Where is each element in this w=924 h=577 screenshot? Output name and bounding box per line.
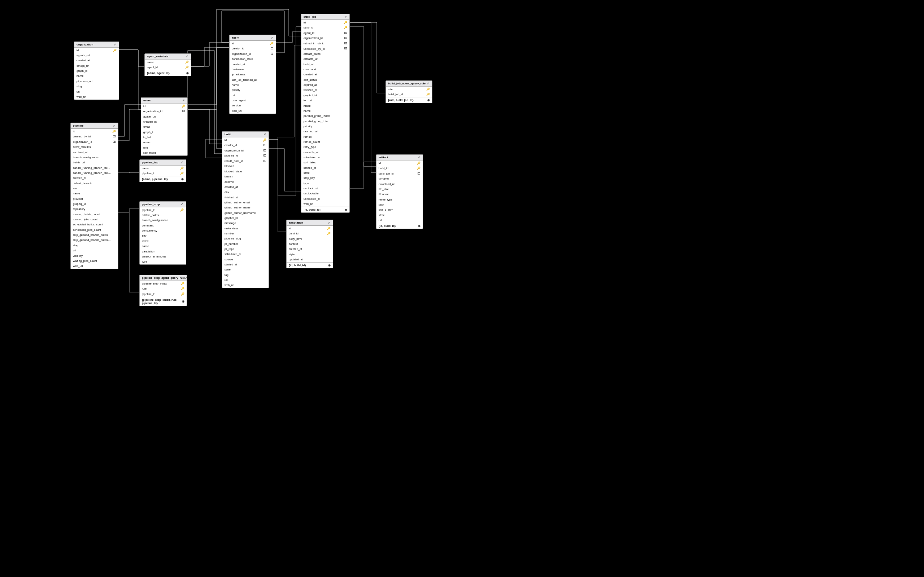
column-row[interactable]: rule🔑 bbox=[386, 87, 432, 92]
column-row[interactable]: retried_in_job_id⚿ bbox=[301, 41, 349, 46]
column-row[interactable]: retried bbox=[301, 134, 349, 139]
column-row[interactable]: path bbox=[376, 202, 423, 207]
column-row[interactable]: soft_failed bbox=[301, 160, 349, 165]
column-row[interactable]: context bbox=[287, 242, 333, 247]
table-header[interactable]: users⤢ bbox=[141, 98, 187, 103]
expand-icon[interactable]: ⤢ bbox=[186, 55, 189, 58]
table-pipeline_tag[interactable]: pipeline_tag⤢name🔑pipeline_id🔑{name, pip… bbox=[139, 160, 186, 182]
column-row[interactable]: pr_repo bbox=[222, 246, 268, 251]
table-build_job_agent_query_rule[interactable]: build_job_agent_query_rule⤢rule🔑build_jo… bbox=[386, 81, 432, 103]
column-row[interactable]: pipelines_url bbox=[74, 79, 119, 84]
column-row[interactable]: raw_log_url bbox=[301, 129, 349, 134]
column-row[interactable]: graph_id bbox=[74, 69, 119, 74]
column-row[interactable]: pr_number bbox=[222, 241, 268, 246]
expand-icon[interactable]: ⤢ bbox=[182, 99, 185, 102]
column-row[interactable]: pipeline_id🔑 bbox=[140, 292, 187, 297]
table-header[interactable]: build_job⤢ bbox=[301, 14, 349, 20]
column-row[interactable]: unblocked_at bbox=[301, 196, 349, 201]
expand-icon[interactable]: ⤢ bbox=[344, 15, 347, 18]
column-row[interactable]: created_at bbox=[229, 62, 276, 67]
column-row[interactable]: waiting_jobs_count bbox=[71, 258, 118, 263]
column-row[interactable]: log_url bbox=[301, 98, 349, 103]
expand-icon[interactable]: ⤢ bbox=[417, 156, 420, 159]
table-header[interactable]: pipeline_tag⤢ bbox=[140, 160, 186, 166]
column-row[interactable]: url bbox=[222, 278, 268, 283]
expand-icon[interactable]: ⤢ bbox=[113, 43, 116, 46]
column-row[interactable]: concurrency bbox=[140, 228, 186, 233]
column-row[interactable]: name🔑 bbox=[145, 60, 191, 65]
column-row[interactable]: role bbox=[141, 145, 187, 150]
column-row[interactable]: created_at bbox=[74, 58, 119, 63]
column-row[interactable]: created_at bbox=[301, 72, 349, 77]
column-row[interactable]: is_bot bbox=[141, 135, 187, 140]
column-row[interactable]: pipeline_id🔑 bbox=[140, 207, 186, 213]
column-row[interactable]: created_at bbox=[287, 247, 333, 252]
table-header[interactable]: agent⤢ bbox=[229, 35, 276, 41]
column-row[interactable]: runnable_at bbox=[301, 150, 349, 155]
column-row[interactable]: matrix bbox=[301, 103, 349, 108]
column-row[interactable]: name bbox=[141, 140, 187, 145]
column-row[interactable]: finished_at bbox=[301, 88, 349, 93]
column-row[interactable]: env bbox=[222, 190, 268, 195]
column-row[interactable]: sha_1_sum bbox=[376, 207, 423, 213]
column-row[interactable]: allow_rebuilds bbox=[71, 145, 118, 150]
column-row[interactable]: type bbox=[140, 259, 186, 264]
column-row[interactable]: user_agent bbox=[229, 98, 276, 103]
column-row[interactable]: web_url bbox=[222, 283, 268, 288]
expand-icon[interactable]: ⤢ bbox=[181, 203, 184, 206]
column-row[interactable]: name bbox=[229, 82, 276, 88]
column-row[interactable]: slug bbox=[71, 243, 118, 248]
column-row[interactable]: visibility bbox=[71, 253, 118, 258]
column-row[interactable]: skip_queued_branch_builds_filter bbox=[71, 238, 118, 243]
column-row[interactable]: agent_id⚿ bbox=[301, 30, 349, 36]
column-row[interactable]: mime_type bbox=[376, 197, 423, 202]
column-row[interactable]: graphql_id bbox=[71, 201, 118, 206]
expand-icon[interactable]: ⤢ bbox=[185, 276, 187, 279]
column-row[interactable]: name bbox=[301, 108, 349, 113]
column-row[interactable]: github_author_name bbox=[222, 205, 268, 210]
column-row[interactable]: name bbox=[74, 74, 119, 79]
column-row[interactable]: id🔑 bbox=[287, 226, 333, 231]
table-annotation[interactable]: annotation⤢id🔑build_id🔑body_htmlcontextc… bbox=[286, 220, 333, 268]
column-row[interactable]: running_jobs_count bbox=[71, 217, 118, 222]
column-row[interactable]: build_id🔑 bbox=[376, 166, 423, 171]
table-header[interactable]: pipeline_step⤢ bbox=[140, 201, 186, 207]
column-row[interactable]: web_url bbox=[301, 201, 349, 206]
table-header[interactable]: annotation⤢ bbox=[287, 220, 333, 226]
column-row[interactable]: build_job_id🔑 bbox=[386, 92, 432, 97]
column-row[interactable]: blocked_state bbox=[222, 169, 268, 174]
table-pipeline_step_agent_query_rule[interactable]: pipeline_step_agent_query_rule⤢pipeline_… bbox=[139, 275, 187, 306]
column-row[interactable]: builds_url bbox=[71, 160, 118, 165]
column-row[interactable]: id🔑 bbox=[301, 20, 349, 25]
column-row[interactable]: emojis_url bbox=[74, 63, 119, 68]
column-row[interactable]: command bbox=[301, 67, 349, 72]
column-row[interactable]: dirname bbox=[376, 176, 423, 181]
column-row[interactable]: github_author_email bbox=[222, 200, 268, 205]
column-row[interactable]: graphql_id bbox=[301, 93, 349, 98]
column-row[interactable]: body_html bbox=[287, 236, 333, 241]
column-row[interactable]: branch bbox=[222, 174, 268, 179]
column-row[interactable]: cancel_running_branch_builds bbox=[71, 165, 118, 170]
column-row[interactable]: created_at bbox=[71, 176, 118, 181]
column-row[interactable]: pipeline_slug bbox=[222, 236, 268, 241]
column-row[interactable]: style bbox=[287, 252, 333, 257]
column-row[interactable]: scheduled_at bbox=[222, 252, 268, 257]
table-header[interactable]: pipeline_step_agent_query_rule⤢ bbox=[140, 275, 187, 281]
column-row[interactable]: source bbox=[222, 257, 268, 262]
column-row[interactable]: pipeline_id🔑 bbox=[140, 171, 186, 176]
column-row[interactable]: priority bbox=[229, 88, 276, 93]
expand-icon[interactable]: ⤢ bbox=[270, 36, 274, 39]
column-row[interactable]: unblocked_by_id⚿ bbox=[301, 46, 349, 52]
column-row[interactable]: web_url bbox=[74, 94, 119, 99]
column-row[interactable]: exit_status bbox=[301, 77, 349, 82]
column-row[interactable]: ip_address bbox=[229, 72, 276, 77]
column-row[interactable]: creator_id⚿ bbox=[229, 46, 276, 52]
column-row[interactable]: parallel_group_total bbox=[301, 119, 349, 124]
column-row[interactable]: scheduled_jobs_count bbox=[71, 227, 118, 232]
column-row[interactable]: scheduled_at bbox=[301, 155, 349, 160]
column-row[interactable]: state bbox=[222, 267, 268, 272]
column-row[interactable]: branch_configuration bbox=[140, 218, 186, 223]
column-row[interactable]: created_at bbox=[141, 119, 187, 124]
table-pipeline_step[interactable]: pipeline_step⤢pipeline_id🔑artifact_paths… bbox=[139, 201, 186, 265]
column-row[interactable]: scheduled_builds_count bbox=[71, 222, 118, 227]
